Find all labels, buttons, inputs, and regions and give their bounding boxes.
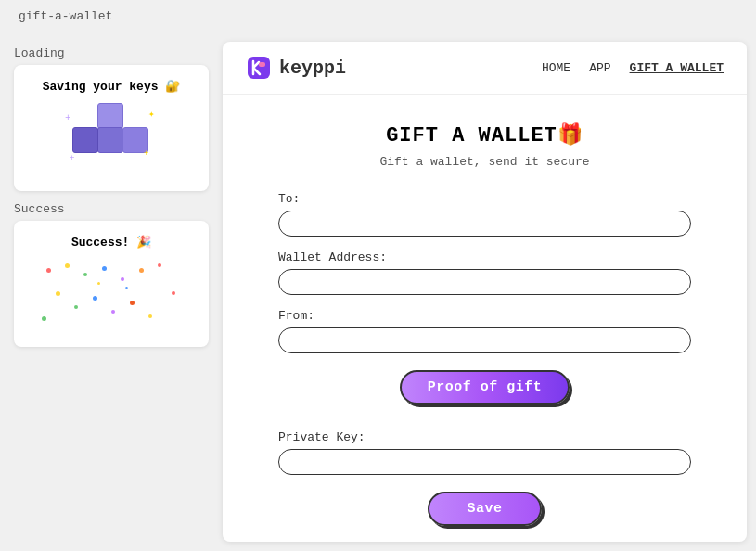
confetti-dot bbox=[130, 301, 135, 305]
private-key-label: Private Key: bbox=[278, 430, 691, 444]
blocks-illustration: + ✦ + + bbox=[28, 103, 195, 177]
wallet-address-input[interactable] bbox=[278, 269, 691, 295]
wallet-address-group: Wallet Address: bbox=[278, 250, 691, 295]
confetti-dot bbox=[158, 263, 161, 267]
success-card: Success! 🎉 bbox=[14, 221, 209, 347]
confetti-dot bbox=[74, 305, 78, 309]
success-section: Success Success! 🎉 bbox=[14, 202, 209, 347]
to-group: To: bbox=[278, 192, 691, 237]
top-bar: gift-a-wallet bbox=[0, 0, 756, 32]
confetti-dot bbox=[46, 268, 51, 273]
confetti-dot bbox=[125, 287, 128, 289]
confetti-dot bbox=[139, 268, 144, 273]
private-key-group: Private Key: bbox=[278, 430, 691, 475]
sparkle-3: + bbox=[70, 154, 74, 163]
form-subtitle: Gift a wallet, send it secure bbox=[278, 155, 691, 169]
save-button[interactable]: Save bbox=[428, 492, 541, 526]
to-label: To: bbox=[278, 192, 691, 206]
loading-section-title: Loading bbox=[14, 46, 209, 60]
confetti-dot bbox=[83, 273, 87, 276]
confetti-dot bbox=[102, 266, 107, 271]
confetti-illustration bbox=[28, 259, 195, 333]
to-input[interactable] bbox=[278, 211, 691, 237]
from-label: From: bbox=[278, 309, 691, 323]
confetti-dot bbox=[56, 291, 60, 296]
form-area: GIFT A WALLET🎁 Gift a wallet, send it se… bbox=[223, 95, 747, 542]
top-bar-label: gift-a-wallet bbox=[19, 9, 112, 23]
svg-rect-1 bbox=[259, 62, 265, 67]
sparkle-2: ✦ bbox=[148, 108, 155, 120]
content-area: keyppi HOME APP GIFT A WALLET GIFT A WAL… bbox=[223, 42, 747, 542]
success-section-title: Success bbox=[14, 202, 209, 216]
nav-links: HOME APP GIFT A WALLET bbox=[542, 61, 724, 75]
confetti-dot bbox=[97, 282, 100, 285]
confetti-dot bbox=[172, 291, 175, 295]
confetti-dot bbox=[42, 316, 46, 321]
from-group: From: bbox=[278, 309, 691, 353]
block-center bbox=[97, 127, 123, 153]
success-card-title: Success! 🎉 bbox=[28, 235, 195, 250]
confetti-dot bbox=[65, 263, 70, 268]
logo-text: keyppi bbox=[279, 58, 346, 79]
divider bbox=[278, 421, 691, 430]
loading-card-title: Saving your keys 🔐 bbox=[28, 79, 195, 94]
main-layout: Loading Saving your keys 🔐 bbox=[0, 32, 756, 551]
loading-section: Loading Saving your keys 🔐 bbox=[14, 46, 209, 191]
confetti-dot bbox=[93, 296, 97, 301]
nav-home[interactable]: HOME bbox=[542, 61, 570, 75]
from-input[interactable] bbox=[278, 327, 691, 353]
logo-icon bbox=[246, 55, 272, 81]
block-left bbox=[72, 127, 98, 153]
sparkle-4: + bbox=[144, 149, 148, 159]
loading-card: Saving your keys 🔐 + ✦ bbox=[14, 65, 209, 191]
confetti-dot bbox=[148, 314, 152, 318]
wallet-address-label: Wallet Address: bbox=[278, 250, 691, 264]
sidebar: Loading Saving your keys 🔐 bbox=[0, 32, 223, 551]
nav-gift-wallet[interactable]: GIFT A WALLET bbox=[630, 61, 724, 75]
navbar: keyppi HOME APP GIFT A WALLET bbox=[223, 42, 747, 95]
svg-rect-0 bbox=[248, 57, 270, 79]
form-title: GIFT A WALLET🎁 bbox=[278, 122, 691, 147]
proof-of-gift-button[interactable]: Proof of gift bbox=[400, 370, 570, 404]
confetti-dot bbox=[111, 310, 115, 314]
private-key-input[interactable] bbox=[278, 449, 691, 475]
logo-area: keyppi bbox=[246, 55, 523, 81]
sparkle-1: + bbox=[65, 112, 71, 123]
confetti-dot bbox=[121, 277, 124, 281]
block-top bbox=[97, 103, 123, 129]
nav-app[interactable]: APP bbox=[589, 61, 610, 75]
